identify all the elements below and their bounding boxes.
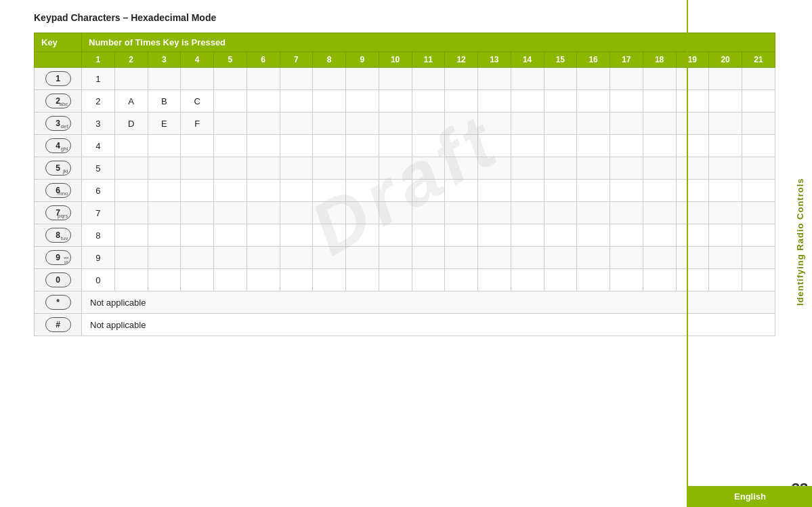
key-cell: 3def <box>35 113 82 135</box>
val-cell-5-8 <box>346 180 379 202</box>
english-badge: English <box>688 486 812 507</box>
col-header-4: 4 <box>181 52 214 68</box>
val-cell-8-4 <box>214 247 247 269</box>
col-header-17: 17 <box>610 52 643 68</box>
col-header-11: 11 <box>412 52 445 68</box>
val-cell-3-18 <box>676 135 709 157</box>
val-cell-8-2 <box>148 247 181 269</box>
header-key-blank <box>35 52 82 68</box>
val-cell-6-19 <box>709 202 742 224</box>
val-cell-1-20 <box>742 90 775 113</box>
table-row: *Not applicable <box>35 291 775 314</box>
val-cell-9-6 <box>280 269 313 291</box>
times-col-header: Number of Times Key is Pressed <box>82 33 775 52</box>
val-cell-9-1 <box>114 269 148 291</box>
val-cell-6-9 <box>379 202 412 224</box>
val-cell-4-19 <box>709 157 742 180</box>
val-cell-3-7 <box>313 135 346 157</box>
val-cell-3-19 <box>709 135 742 157</box>
val-cell-0-9 <box>379 68 412 90</box>
val-cell-9-16 <box>610 269 643 291</box>
val-cell-7-10 <box>412 224 445 247</box>
val-cell-4-13 <box>511 157 544 180</box>
val-cell-9-0: 0 <box>82 269 115 291</box>
val-cell-0-13 <box>511 68 544 90</box>
val-cell-9-19 <box>709 269 742 291</box>
col-header-7: 7 <box>280 52 313 68</box>
val-cell-8-1 <box>114 247 148 269</box>
val-cell-4-1 <box>114 157 148 180</box>
val-cell-3-10 <box>412 135 445 157</box>
val-cell-0-18 <box>676 68 709 90</box>
val-cell-7-6 <box>280 224 313 247</box>
key-col-header: Key <box>35 33 82 52</box>
key-cell: 9wxyz <box>35 247 82 269</box>
val-cell-7-11 <box>445 224 478 247</box>
key-badge: 5jkl <box>45 161 71 176</box>
val-cell-1-8 <box>346 90 379 113</box>
val-cell-6-6 <box>280 202 313 224</box>
key-badge: # <box>45 317 71 332</box>
key-badge: 8tuv <box>45 228 71 243</box>
val-cell-4-16 <box>610 157 643 180</box>
key-sub-label: ghi <box>61 146 68 152</box>
val-cell-6-11 <box>445 202 478 224</box>
val-cell-0-20 <box>742 68 775 90</box>
val-cell-1-11 <box>445 90 478 113</box>
val-cell-3-3 <box>181 135 214 157</box>
val-cell-7-1 <box>114 224 148 247</box>
val-cell-8-20 <box>742 247 775 269</box>
val-cell-2-15 <box>577 113 610 135</box>
val-cell-9-13 <box>511 269 544 291</box>
col-header-8: 8 <box>313 52 346 68</box>
main-content: Keypad Characters – Hexadecimal Mode Dra… <box>0 0 788 507</box>
val-cell-5-3 <box>181 180 214 202</box>
key-badge: 9wxyz <box>45 250 71 265</box>
val-cell-5-1 <box>114 180 148 202</box>
val-cell-1-3: C <box>181 90 214 113</box>
val-cell-1-6 <box>280 90 313 113</box>
val-cell-4-11 <box>445 157 478 180</box>
val-cell-7-0: 8 <box>82 224 115 247</box>
val-cell-4-17 <box>643 157 676 180</box>
val-cell-3-14 <box>544 135 577 157</box>
val-cell-4-18 <box>676 157 709 180</box>
val-cell-6-1 <box>114 202 148 224</box>
val-cell-5-14 <box>544 180 577 202</box>
key-main-label: 4 <box>56 141 60 150</box>
key-main-label: 0 <box>56 275 60 285</box>
val-cell-3-15 <box>577 135 610 157</box>
val-cell-0-17 <box>643 68 676 90</box>
val-cell-9-15 <box>577 269 610 291</box>
key-sub-label: tuv <box>61 235 68 241</box>
val-cell-7-16 <box>610 224 643 247</box>
key-main-label: 9 <box>56 253 60 262</box>
col-header-2: 2 <box>114 52 148 68</box>
val-cell-5-20 <box>742 180 775 202</box>
val-cell-8-18 <box>676 247 709 269</box>
val-cell-6-15 <box>577 202 610 224</box>
val-cell-3-8 <box>346 135 379 157</box>
val-cell-2-2: E <box>148 113 181 135</box>
val-cell-6-3 <box>181 202 214 224</box>
val-cell-1-15 <box>577 90 610 113</box>
val-cell-0-15 <box>577 68 610 90</box>
val-cell-5-19 <box>709 180 742 202</box>
val-cell-0-2 <box>148 68 181 90</box>
val-cell-7-18 <box>676 224 709 247</box>
val-cell-7-8 <box>346 224 379 247</box>
val-cell-6-17 <box>643 202 676 224</box>
key-main-label: 3 <box>56 119 60 128</box>
val-cell-9-10 <box>412 269 445 291</box>
val-cell-0-14 <box>544 68 577 90</box>
val-cell-8-14 <box>544 247 577 269</box>
val-cell-2-4 <box>214 113 247 135</box>
val-cell-1-18 <box>676 90 709 113</box>
val-cell-6-0: 7 <box>82 202 115 224</box>
key-badge: 7pqrs <box>45 205 71 220</box>
key-main-label: # <box>56 320 60 329</box>
val-cell-7-13 <box>511 224 544 247</box>
val-cell-4-0: 5 <box>82 157 115 180</box>
key-cell: 8tuv <box>35 224 82 247</box>
val-cell-1-5 <box>247 90 280 113</box>
